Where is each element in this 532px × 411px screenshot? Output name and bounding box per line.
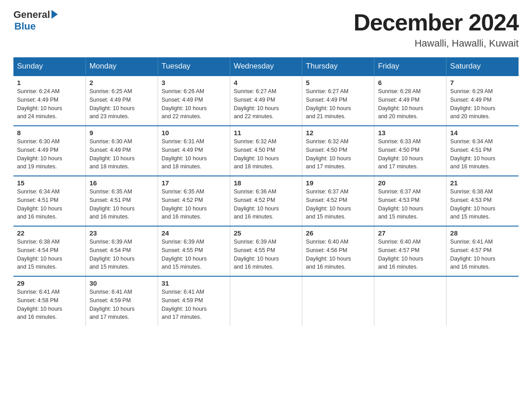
calendar-cell: 22Sunrise: 6:38 AMSunset: 4:54 PMDayligh… xyxy=(13,226,86,276)
day-number: 9 xyxy=(90,129,154,137)
day-info: Sunrise: 6:35 AMSunset: 4:51 PMDaylight:… xyxy=(90,188,154,221)
calendar-cell: 25Sunrise: 6:39 AMSunset: 4:55 PMDayligh… xyxy=(230,226,302,276)
day-info: Sunrise: 6:38 AMSunset: 4:53 PMDaylight:… xyxy=(450,188,515,221)
day-info: Sunrise: 6:37 AMSunset: 4:53 PMDaylight:… xyxy=(378,188,442,221)
calendar-cell: 16Sunrise: 6:35 AMSunset: 4:51 PMDayligh… xyxy=(86,176,158,226)
header-cell-tuesday: Tuesday xyxy=(158,57,230,76)
day-number: 27 xyxy=(378,229,442,237)
calendar-table: SundayMondayTuesdayWednesdayThursdayFrid… xyxy=(13,57,519,326)
calendar-cell: 29Sunrise: 6:41 AMSunset: 4:58 PMDayligh… xyxy=(13,276,86,326)
day-number: 28 xyxy=(450,229,515,237)
calendar-week-row: 1Sunrise: 6:24 AMSunset: 4:49 PMDaylight… xyxy=(13,76,519,126)
day-number: 29 xyxy=(17,279,82,287)
day-number: 13 xyxy=(378,129,442,137)
day-number: 15 xyxy=(17,179,82,187)
calendar-cell: 1Sunrise: 6:24 AMSunset: 4:49 PMDaylight… xyxy=(13,76,86,126)
calendar-cell xyxy=(230,276,302,326)
calendar-cell: 9Sunrise: 6:30 AMSunset: 4:49 PMDaylight… xyxy=(86,126,158,176)
day-number: 19 xyxy=(306,179,370,187)
calendar-cell: 11Sunrise: 6:32 AMSunset: 4:50 PMDayligh… xyxy=(230,126,302,176)
header-cell-sunday: Sunday xyxy=(13,57,86,76)
calendar-cell xyxy=(302,276,374,326)
day-info: Sunrise: 6:39 AMSunset: 4:54 PMDaylight:… xyxy=(90,238,154,271)
header-cell-friday: Friday xyxy=(374,57,446,76)
calendar-cell: 21Sunrise: 6:38 AMSunset: 4:53 PMDayligh… xyxy=(446,176,519,226)
calendar-cell: 13Sunrise: 6:33 AMSunset: 4:50 PMDayligh… xyxy=(374,126,446,176)
day-number: 6 xyxy=(378,79,442,86)
day-number: 16 xyxy=(90,179,154,187)
title-area: December 2024 Hawalli, Hawalli, Kuwait xyxy=(353,9,519,49)
day-info: Sunrise: 6:30 AMSunset: 4:49 PMDaylight:… xyxy=(17,137,82,171)
calendar-cell: 4Sunrise: 6:27 AMSunset: 4:49 PMDaylight… xyxy=(230,76,302,126)
day-number: 31 xyxy=(162,279,226,287)
day-number: 21 xyxy=(450,179,515,187)
day-info: Sunrise: 6:29 AMSunset: 4:49 PMDaylight:… xyxy=(450,87,515,121)
day-number: 8 xyxy=(17,129,82,137)
day-number: 12 xyxy=(306,129,370,137)
day-info: Sunrise: 6:27 AMSunset: 4:49 PMDaylight:… xyxy=(234,87,298,121)
day-info: Sunrise: 6:41 AMSunset: 4:57 PMDaylight:… xyxy=(450,238,515,271)
calendar-cell: 17Sunrise: 6:35 AMSunset: 4:52 PMDayligh… xyxy=(158,176,230,226)
day-number: 23 xyxy=(90,229,154,237)
calendar-title: December 2024 xyxy=(353,9,519,36)
calendar-week-row: 29Sunrise: 6:41 AMSunset: 4:58 PMDayligh… xyxy=(13,276,519,326)
day-info: Sunrise: 6:39 AMSunset: 4:55 PMDaylight:… xyxy=(234,238,298,271)
day-info: Sunrise: 6:35 AMSunset: 4:52 PMDaylight:… xyxy=(162,188,226,221)
day-number: 24 xyxy=(162,229,226,237)
calendar-cell: 2Sunrise: 6:25 AMSunset: 4:49 PMDaylight… xyxy=(86,76,158,126)
calendar-cell: 20Sunrise: 6:37 AMSunset: 4:53 PMDayligh… xyxy=(374,176,446,226)
day-info: Sunrise: 6:34 AMSunset: 4:51 PMDaylight:… xyxy=(450,137,515,171)
calendar-week-row: 8Sunrise: 6:30 AMSunset: 4:49 PMDaylight… xyxy=(13,126,519,176)
day-number: 25 xyxy=(234,229,298,237)
calendar-cell: 5Sunrise: 6:27 AMSunset: 4:49 PMDaylight… xyxy=(302,76,374,126)
calendar-cell: 23Sunrise: 6:39 AMSunset: 4:54 PMDayligh… xyxy=(86,226,158,276)
logo-blue-text: Blue xyxy=(14,21,36,32)
day-info: Sunrise: 6:39 AMSunset: 4:55 PMDaylight:… xyxy=(162,238,226,271)
day-info: Sunrise: 6:31 AMSunset: 4:49 PMDaylight:… xyxy=(162,137,226,171)
day-number: 10 xyxy=(162,129,226,137)
day-number: 26 xyxy=(306,229,370,237)
day-info: Sunrise: 6:25 AMSunset: 4:49 PMDaylight:… xyxy=(90,87,154,121)
day-info: Sunrise: 6:41 AMSunset: 4:59 PMDaylight:… xyxy=(162,288,226,321)
calendar-cell: 19Sunrise: 6:37 AMSunset: 4:52 PMDayligh… xyxy=(302,176,374,226)
day-number: 17 xyxy=(162,179,226,187)
calendar-cell: 6Sunrise: 6:28 AMSunset: 4:49 PMDaylight… xyxy=(374,76,446,126)
calendar-cell: 28Sunrise: 6:41 AMSunset: 4:57 PMDayligh… xyxy=(446,226,519,276)
header-cell-thursday: Thursday xyxy=(302,57,374,76)
calendar-cell: 12Sunrise: 6:32 AMSunset: 4:50 PMDayligh… xyxy=(302,126,374,176)
day-number: 5 xyxy=(306,79,370,86)
calendar-cell xyxy=(374,276,446,326)
calendar-cell: 10Sunrise: 6:31 AMSunset: 4:49 PMDayligh… xyxy=(158,126,230,176)
day-number: 30 xyxy=(90,279,154,287)
calendar-cell: 3Sunrise: 6:26 AMSunset: 4:49 PMDaylight… xyxy=(158,76,230,126)
calendar-cell: 27Sunrise: 6:40 AMSunset: 4:57 PMDayligh… xyxy=(374,226,446,276)
calendar-cell: 30Sunrise: 6:41 AMSunset: 4:59 PMDayligh… xyxy=(86,276,158,326)
calendar-cell: 15Sunrise: 6:34 AMSunset: 4:51 PMDayligh… xyxy=(13,176,86,226)
logo: General Blue xyxy=(13,9,58,32)
day-info: Sunrise: 6:41 AMSunset: 4:58 PMDaylight:… xyxy=(17,288,82,321)
day-number: 18 xyxy=(234,179,298,187)
header-cell-wednesday: Wednesday xyxy=(230,57,302,76)
calendar-cell: 14Sunrise: 6:34 AMSunset: 4:51 PMDayligh… xyxy=(446,126,519,176)
day-number: 3 xyxy=(162,79,226,86)
day-number: 7 xyxy=(450,79,515,86)
header-cell-monday: Monday xyxy=(86,57,158,76)
day-info: Sunrise: 6:37 AMSunset: 4:52 PMDaylight:… xyxy=(306,188,370,221)
day-info: Sunrise: 6:27 AMSunset: 4:49 PMDaylight:… xyxy=(306,87,370,121)
day-info: Sunrise: 6:26 AMSunset: 4:49 PMDaylight:… xyxy=(162,87,226,121)
calendar-week-row: 22Sunrise: 6:38 AMSunset: 4:54 PMDayligh… xyxy=(13,226,519,276)
calendar-subtitle: Hawalli, Hawalli, Kuwait xyxy=(353,38,519,49)
day-info: Sunrise: 6:36 AMSunset: 4:52 PMDaylight:… xyxy=(234,188,298,221)
calendar-cell: 24Sunrise: 6:39 AMSunset: 4:55 PMDayligh… xyxy=(158,226,230,276)
calendar-cell: 18Sunrise: 6:36 AMSunset: 4:52 PMDayligh… xyxy=(230,176,302,226)
logo-general-text: General xyxy=(13,9,50,21)
day-number: 14 xyxy=(450,129,515,137)
header-cell-saturday: Saturday xyxy=(446,57,519,76)
day-number: 22 xyxy=(17,229,82,237)
day-info: Sunrise: 6:32 AMSunset: 4:50 PMDaylight:… xyxy=(306,137,370,171)
calendar-cell: 8Sunrise: 6:30 AMSunset: 4:49 PMDaylight… xyxy=(13,126,86,176)
day-info: Sunrise: 6:38 AMSunset: 4:54 PMDaylight:… xyxy=(17,238,82,271)
calendar-cell: 26Sunrise: 6:40 AMSunset: 4:56 PMDayligh… xyxy=(302,226,374,276)
calendar-cell: 31Sunrise: 6:41 AMSunset: 4:59 PMDayligh… xyxy=(158,276,230,326)
day-info: Sunrise: 6:40 AMSunset: 4:56 PMDaylight:… xyxy=(306,238,370,271)
